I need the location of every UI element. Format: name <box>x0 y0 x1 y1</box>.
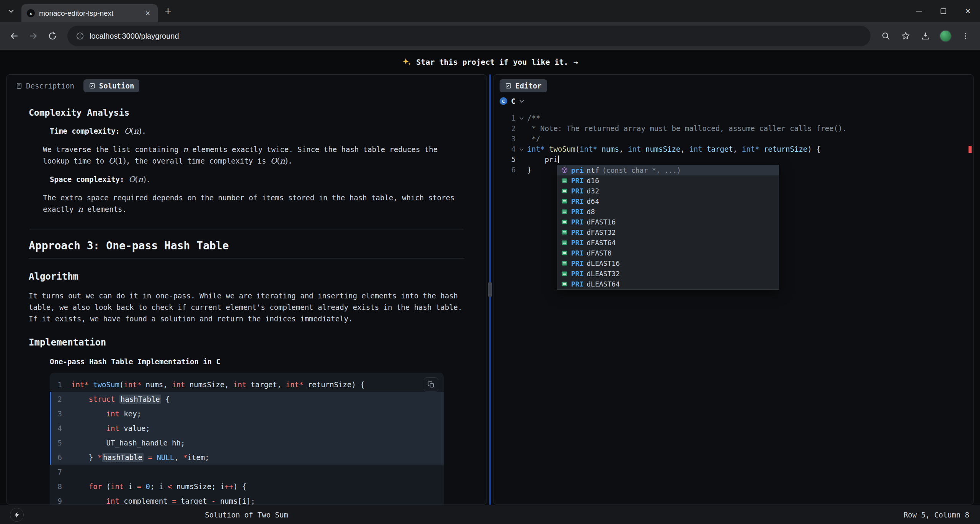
address-bar[interactable]: localhost:3000/playground <box>67 26 871 46</box>
menu-button[interactable] <box>957 28 974 44</box>
left-panel-tabs: Description Solution <box>7 75 487 95</box>
constant-kind-icon <box>561 218 568 226</box>
editor-line[interactable]: 1/** <box>493 113 973 123</box>
maximize-button[interactable] <box>931 0 956 22</box>
browser-toolbar: localhost:3000/playground <box>0 22 980 50</box>
tab-title: monaco-editor-lsp-next <box>39 9 138 18</box>
tab-strip: ▲ monaco-editor-lsp-next × + × <box>0 0 980 22</box>
complexity-heading: Complexity Analysis <box>29 107 464 118</box>
profile-button[interactable] <box>937 28 954 44</box>
browser-tab[interactable]: ▲ monaco-editor-lsp-next × <box>21 4 158 22</box>
suggestion-item[interactable]: PRIdFAST32 <box>557 227 779 237</box>
time-complexity-paragraph: We traverse the list containing n elemen… <box>43 144 456 167</box>
heading-underline <box>29 258 464 259</box>
monaco-editor[interactable]: 1/**2 * Note: The returned array must be… <box>493 108 973 504</box>
edit-pencil-icon <box>89 82 96 89</box>
edit-pencil-icon <box>505 82 512 89</box>
doc-code-block: 1int* twoSum(int* nums, int numsSize, in… <box>50 373 444 504</box>
doc-code-line: 7 <box>50 465 444 479</box>
close-button[interactable]: × <box>956 0 980 22</box>
close-icon: × <box>965 7 970 16</box>
editor-line[interactable]: 4int* twoSum(int* nums, int numsSize, in… <box>493 144 973 154</box>
zoom-button[interactable] <box>877 28 894 44</box>
lightning-bolt-icon <box>14 511 20 518</box>
drag-handle[interactable] <box>488 282 492 297</box>
suggest-widget: printf(const char *, ...)PRId16PRId32PRI… <box>557 165 779 290</box>
fold-chevron-icon[interactable] <box>516 113 527 123</box>
copy-code-button[interactable] <box>424 377 438 392</box>
tab-editor[interactable]: Editor <box>500 79 547 92</box>
new-tab-button[interactable]: + <box>160 3 176 19</box>
tab-editor-label: Editor <box>515 82 542 90</box>
tab-description[interactable]: Description <box>13 79 77 92</box>
panel-resize-divider[interactable] <box>487 74 493 505</box>
constant-kind-icon <box>561 249 568 257</box>
section-divider <box>29 229 464 229</box>
document-icon <box>16 82 23 89</box>
doc-code-line: 6 } *hashTable = NULL, *item; <box>50 450 444 465</box>
suggestion-item[interactable]: PRId64 <box>557 196 779 206</box>
doc-code-line: 3 int key; <box>50 406 444 421</box>
banner-text: Star this project if you like it. <box>416 57 568 67</box>
editor-panel-header: Editor <box>493 75 973 95</box>
downloads-button[interactable] <box>917 28 934 44</box>
sparkles-icon <box>402 57 411 67</box>
constant-kind-icon <box>561 280 568 288</box>
suggestion-item[interactable]: PRId8 <box>557 206 779 217</box>
reload-button[interactable] <box>44 28 60 44</box>
suggestion-item[interactable]: PRId32 <box>557 186 779 196</box>
editor-line[interactable]: 5 pri <box>493 154 973 165</box>
split-layout: Description Solution Complexity Analysis… <box>0 74 980 505</box>
chevron-down-icon <box>8 9 14 13</box>
reload-icon <box>47 31 57 41</box>
site-info-icon[interactable] <box>76 32 84 40</box>
fold-chevron-icon[interactable] <box>516 144 527 154</box>
suggestion-item[interactable]: PRIdLEAST32 <box>557 269 779 279</box>
cursor-position-status: Row 5, Column 8 <box>903 511 974 519</box>
copy-icon <box>427 381 435 388</box>
constant-kind-icon <box>561 177 568 184</box>
minimize-button[interactable] <box>906 0 931 22</box>
suggestion-item[interactable]: PRIdFAST16 <box>557 217 779 227</box>
bookmark-button[interactable] <box>897 28 914 44</box>
description-solution-panel: Description Solution Complexity Analysis… <box>6 74 487 505</box>
url-text[interactable]: localhost:3000/playground <box>90 32 179 41</box>
algorithm-paragraph: It turns out we can do it in one-pass. W… <box>29 290 465 324</box>
algorithm-heading: Algorithm <box>29 271 464 282</box>
suggestion-item[interactable]: PRIdFAST64 <box>557 237 779 248</box>
constant-kind-icon <box>561 198 568 205</box>
doc-code-line: 2 struct hashTable { <box>50 392 444 406</box>
implementation-heading: Implementation <box>29 337 464 348</box>
constant-kind-icon <box>561 270 568 277</box>
suggestion-item[interactable]: printf(const char *, ...) <box>557 165 779 175</box>
minimize-icon <box>916 11 922 11</box>
language-selector[interactable]: C C <box>493 95 973 108</box>
constant-kind-icon <box>561 229 568 236</box>
text-cursor <box>558 156 559 163</box>
c-language-icon: C <box>500 97 507 105</box>
suggestion-item[interactable]: PRIdFAST8 <box>557 248 779 258</box>
suggestion-item[interactable]: PRIdLEAST64 <box>557 279 779 289</box>
tab-solution[interactable]: Solution <box>83 79 140 92</box>
editor-line[interactable]: 3 */ <box>493 134 973 144</box>
forward-button[interactable] <box>25 28 41 44</box>
doc-code-line: 4 int value; <box>50 421 444 436</box>
tab-solution-label: Solution <box>99 82 134 90</box>
page-content: Star this project if you like it. → Desc… <box>0 50 980 524</box>
status-bar: Solution of Two Sum Row 5, Column 8 <box>0 505 980 524</box>
suggestion-item[interactable]: PRId16 <box>557 175 779 186</box>
time-complexity-line: Time complexity: O(n). <box>43 125 464 137</box>
tab-close-button[interactable]: × <box>142 8 153 19</box>
doc-code-line: 8 for (int i = 0; i < numsSize; i++) { <box>50 479 444 494</box>
space-complexity-paragraph: The extra space required depends on the … <box>43 192 456 215</box>
language-label: C <box>511 97 515 105</box>
quick-action-button[interactable] <box>10 508 24 522</box>
kebab-menu-icon <box>961 32 970 40</box>
editor-line[interactable]: 2 * Note: The returned array must be mal… <box>493 123 973 134</box>
back-button[interactable] <box>6 28 22 44</box>
star-project-banner[interactable]: Star this project if you like it. → <box>0 50 980 74</box>
tab-search-button[interactable] <box>5 5 18 18</box>
suggestion-item[interactable]: PRIdLEAST16 <box>557 258 779 269</box>
editor-panel: Editor C C 1/**2 * Note: The returned ar… <box>493 74 974 505</box>
space-complexity-line: Space complexity: O(n). <box>43 174 464 185</box>
